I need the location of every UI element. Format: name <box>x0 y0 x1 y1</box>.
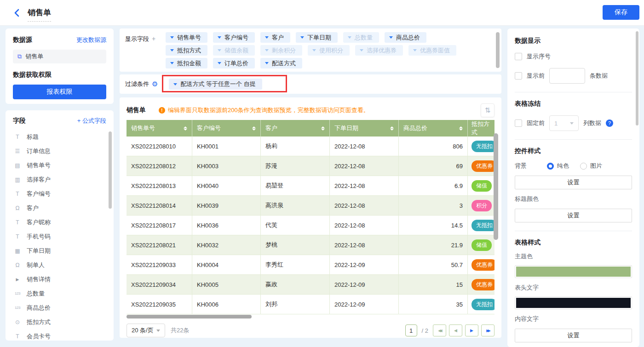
freeze-count-select[interactable]: 1 <box>549 115 579 131</box>
report-permission-button[interactable]: 报表权限 <box>13 85 106 99</box>
theme-color-swatch[interactable] <box>515 265 632 278</box>
field-list-item[interactable]: 123总数量 <box>13 286 106 301</box>
row-limit-input[interactable] <box>549 68 585 84</box>
field-list-item[interactable]: ⊙抵扣方式 <box>13 315 106 329</box>
field-list-item[interactable]: T会员卡号 <box>13 329 106 341</box>
field-label: 客户昵称 <box>27 218 51 227</box>
column-header[interactable]: 商品总价 <box>399 120 468 137</box>
field-list-item[interactable]: T手机号码 <box>13 229 106 244</box>
display-field-chip[interactable]: 抵扣方式 <box>166 45 207 56</box>
datasource-item[interactable]: ⧉ 销售单 <box>13 50 106 63</box>
sort-arrows-icon[interactable] <box>390 126 394 131</box>
fields-scrollbar[interactable] <box>109 131 112 209</box>
table-row[interactable]: XS20221208013KH0040易堃登2022-12-086.9储值 <box>126 176 494 196</box>
customer-cell: 代芙 <box>261 216 330 235</box>
field-list-item[interactable]: ☰订单信息 <box>13 144 106 158</box>
table-row[interactable]: XS20221209035KH0006刘邦2022-12-0935无抵扣 <box>126 295 494 314</box>
column-header[interactable]: 下单日期 <box>330 120 399 137</box>
customer-cell: 刘邦 <box>261 295 330 314</box>
add-formula-field-link[interactable]: + 公式字段 <box>77 117 106 125</box>
display-field-chip[interactable]: 客户 <box>260 32 290 43</box>
text-field-icon: T <box>13 233 22 240</box>
freeze-columns-checkbox[interactable] <box>515 119 522 127</box>
customer-no-cell: KH0032 <box>192 235 261 255</box>
deduction-badge: 优惠券 <box>472 259 494 271</box>
chips-scrollbar[interactable] <box>496 32 500 68</box>
page-size-select[interactable]: 20 条/页 <box>126 324 165 337</box>
subform-field-icon: ▶ <box>13 277 22 282</box>
solid-color-radio[interactable] <box>547 163 554 170</box>
field-list-item[interactable]: T客户编号 <box>13 187 106 201</box>
grid-body: XS20221208010KH0001杨莉2022-12-08806无抵扣XS2… <box>126 137 494 314</box>
change-datasource-link[interactable]: 更改数据源 <box>76 36 106 44</box>
display-field-chip[interactable]: 储值余额 <box>213 45 255 56</box>
header-text-color-swatch[interactable] <box>515 296 632 309</box>
save-button[interactable]: 保存 <box>603 5 639 20</box>
first-page-button[interactable]: ◀◀ <box>433 324 446 336</box>
next-page-button[interactable]: ▶ <box>465 324 478 336</box>
table-row[interactable]: XS20221208014KH0039高洪泉2022-12-083积分 <box>126 196 494 216</box>
display-field-chip[interactable]: 销售单号 <box>166 32 207 43</box>
prev-page-button[interactable]: ◀ <box>449 324 462 336</box>
display-field-chip[interactable]: 订单总价 <box>213 58 255 68</box>
sort-arrows-icon[interactable] <box>252 126 256 131</box>
display-field-chip[interactable]: 抵扣金额 <box>166 58 207 68</box>
field-list-item[interactable]: 123商品总价 <box>13 301 106 315</box>
field-list-item[interactable]: ▦下单日期 <box>13 244 106 258</box>
table-row[interactable]: XS20221208021KH0032梦桃2022-12-0821.9储值 <box>126 235 494 255</box>
table-row[interactable]: XS20221208010KH0001杨莉2022-12-08806无抵扣 <box>126 137 494 156</box>
sort-arrows-icon[interactable] <box>184 126 187 131</box>
back-icon[interactable] <box>13 8 22 17</box>
field-list-item[interactable]: T标题 <box>13 130 106 144</box>
horizontal-scrollbar[interactable] <box>126 315 494 319</box>
table-row[interactable]: XS20221208012KH0003苏漫2022-12-0869优惠券 <box>126 156 494 176</box>
field-list-item[interactable]: ▥选择客户 <box>13 172 106 187</box>
content-text-setting-button[interactable]: 设置 <box>515 329 632 342</box>
filter-settings-gear-icon[interactable]: ⚙ <box>152 80 158 88</box>
display-field-chip[interactable]: 使用积分 <box>308 45 350 56</box>
fields-heading: 字段 <box>13 117 26 125</box>
chevron-down-icon <box>348 36 351 39</box>
display-field-chip[interactable]: 配送方式 <box>260 58 302 68</box>
customer-cell: 嬴政 <box>261 275 330 295</box>
help-icon[interactable]: ? <box>606 119 613 127</box>
style-panel-scrollbar[interactable] <box>636 31 638 125</box>
display-field-chip[interactable]: 商品总价 <box>385 32 426 43</box>
display-field-chip[interactable]: 客户编号 <box>213 32 255 43</box>
display-field-chip[interactable]: 总数量 <box>343 32 379 43</box>
vertical-scrollbar[interactable] <box>494 133 498 240</box>
chevron-down-icon <box>265 62 269 64</box>
filter-condition-chip[interactable]: 配送方式 等于任意一个 自提 <box>169 79 262 90</box>
show-first-checkbox[interactable] <box>515 72 522 80</box>
field-list-item[interactable]: Ω客户 <box>13 201 106 215</box>
add-display-field-button[interactable]: + <box>152 35 155 42</box>
sort-order-button[interactable]: ⇅ <box>481 103 494 117</box>
field-list-item[interactable]: ▶销售详情 <box>13 272 106 286</box>
field-list-item[interactable]: ▤销售单号 <box>13 158 106 172</box>
background-setting-button[interactable]: 设置 <box>515 176 632 189</box>
column-header[interactable]: 客户编号 <box>192 120 261 137</box>
table-row[interactable]: XS20221208017KH0036代芙2022-12-0814.5无抵扣 <box>126 216 494 235</box>
column-header[interactable]: 抵扣方式 <box>468 120 494 137</box>
select-data-field-icon: ▥ <box>13 176 22 183</box>
table-row[interactable]: XS20221209033KH0004李秀红2022-12-0950.7优惠券 <box>126 255 494 275</box>
image-radio[interactable] <box>580 163 587 170</box>
sort-arrows-icon[interactable] <box>321 126 325 131</box>
display-field-chip[interactable]: 下单日期 <box>296 32 338 43</box>
deduction-cell: 优惠券 <box>468 255 494 275</box>
field-list-item[interactable]: Ω制单人 <box>13 258 106 272</box>
data-display-heading: 数据显示 <box>515 37 632 45</box>
column-header[interactable]: 销售单号 <box>126 120 192 137</box>
page-number-input[interactable]: 1 <box>405 324 417 336</box>
title-color-setting-button[interactable]: 设置 <box>515 209 632 222</box>
last-page-button[interactable]: ▶▶ <box>481 324 494 336</box>
show-index-checkbox[interactable] <box>515 53 522 60</box>
field-list-item[interactable]: T客户昵称 <box>13 215 106 229</box>
deduction-badge: 储值 <box>472 180 492 192</box>
display-field-chip[interactable]: 剩余积分 <box>260 45 302 56</box>
table-row[interactable]: XS20221209034KH0005嬴政2022-12-0915优惠券 <box>126 275 494 295</box>
display-field-chip[interactable]: 选择优惠券 <box>355 45 403 56</box>
sort-arrows-icon[interactable] <box>459 126 463 131</box>
display-field-chip[interactable]: 优惠券面值 <box>408 45 456 56</box>
column-header[interactable]: 客户 <box>261 120 330 137</box>
